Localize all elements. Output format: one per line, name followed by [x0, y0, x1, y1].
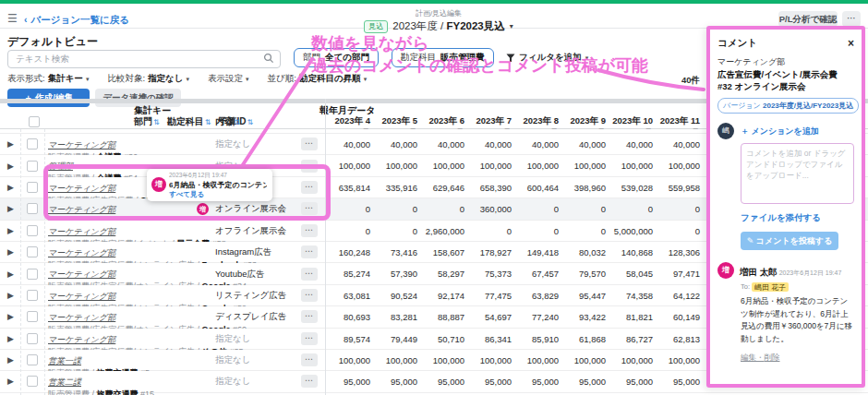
month-value-cell[interactable]: 0	[658, 198, 705, 219]
hamburger-menu-icon[interactable]: ☰	[7, 12, 18, 25]
row-more-button[interactable]: ⋯	[301, 245, 318, 258]
month-value-cell[interactable]: 100,000	[329, 350, 376, 370]
month-value-cell[interactable]: 100,000	[611, 155, 658, 175]
month-value-cell[interactable]: 95,000	[658, 371, 705, 391]
month-value-cell[interactable]: 67,457	[517, 263, 564, 283]
sort-icon[interactable]: ⇅	[247, 118, 253, 126]
department-link[interactable]: マーケティング部	[48, 291, 115, 303]
comment-count-badge[interactable]: 増	[197, 203, 209, 215]
month-value-cell[interactable]: 100,000	[517, 155, 564, 175]
month-value-cell[interactable]: 559,958	[658, 177, 705, 198]
row-checkbox[interactable]	[27, 138, 38, 150]
month-value-cell[interactable]: 100,000	[376, 155, 423, 175]
month-value-cell[interactable]: 629,646	[423, 177, 470, 198]
month-value-cell[interactable]: 40,000	[329, 134, 376, 154]
row-checkbox[interactable]	[27, 333, 38, 344]
month-value-cell[interactable]: 57,390	[376, 263, 423, 283]
month-value-cell[interactable]: 100,000	[517, 350, 564, 370]
month-value-cell[interactable]: 0	[564, 221, 611, 241]
month-value-cell[interactable]: 81,821	[611, 306, 658, 327]
see-all-link[interactable]: すべて見る	[169, 190, 267, 199]
month-value-cell[interactable]: 95,000	[564, 371, 611, 391]
back-to-versions-link[interactable]: ‹バージョン一覧に戻る	[24, 14, 129, 27]
month-value-cell[interactable]: 95,000	[423, 371, 470, 391]
month-value-cell[interactable]: 79,570	[564, 263, 611, 283]
row-checkbox[interactable]	[27, 203, 38, 214]
month-value-cell[interactable]: 658,390	[470, 177, 517, 198]
row-more-button[interactable]: ⋯	[301, 160, 318, 173]
month-value-cell[interactable]: 0	[470, 221, 517, 241]
delete-comment-link[interactable]: 削除	[765, 353, 780, 362]
month-value-cell[interactable]: 58,297	[423, 263, 470, 283]
month-value-cell[interactable]: 97,471	[658, 263, 705, 283]
month-value-cell[interactable]: 178,927	[470, 242, 517, 262]
month-value-cell[interactable]: 40,000	[423, 134, 470, 154]
row-more-button[interactable]: ⋯	[301, 224, 318, 237]
month-value-cell[interactable]	[564, 129, 611, 133]
month-value-cell[interactable]: 100,000	[611, 350, 658, 370]
month-value-cell[interactable]: 360,000	[470, 198, 517, 219]
version-chip[interactable]: バージョン 2023年度/見込/FY2023見込	[717, 98, 859, 114]
expand-arrow-icon[interactable]: ▶	[7, 139, 14, 149]
row-more-button[interactable]: ⋯	[301, 202, 318, 215]
attach-file-link[interactable]: ファイルを添付する	[741, 212, 854, 224]
month-value-cell[interactable]: 63,081	[329, 285, 376, 305]
row-checkbox[interactable]	[27, 182, 38, 193]
month-value-cell[interactable]: 0	[611, 198, 658, 219]
display-option[interactable]: 表示設定▾	[208, 73, 249, 85]
expand-arrow-icon[interactable]: ▶	[7, 162, 14, 171]
row-more-button[interactable]: ⋯	[301, 138, 318, 150]
chip-close-button[interactable]: ×	[863, 99, 865, 114]
month-value-cell[interactable]: 5,000,000	[611, 221, 658, 241]
month-value-cell[interactable]: 158,607	[423, 242, 470, 262]
row-checkbox[interactable]	[27, 311, 38, 322]
month-value-cell[interactable]: 100,000	[564, 155, 611, 175]
month-value-cell[interactable]: 86,727	[611, 329, 658, 349]
department-link[interactable]: マーケティング部	[48, 269, 115, 281]
department-link[interactable]: マーケティング部	[48, 312, 115, 324]
month-value-cell[interactable]: 0	[564, 198, 611, 219]
create-edit-button[interactable]: ＋ 作成/編集	[7, 89, 90, 107]
expand-arrow-icon[interactable]: ▶	[7, 291, 14, 300]
expand-arrow-icon[interactable]: ▶	[7, 312, 14, 321]
month-value-cell[interactable]	[470, 129, 517, 133]
month-value-cell[interactable]: 100,000	[658, 350, 705, 370]
expand-arrow-icon[interactable]: ▶	[7, 183, 14, 192]
month-value-cell[interactable]: 95,447	[564, 285, 611, 305]
month-value-cell[interactable]: 75,373	[470, 263, 517, 283]
row-more-button[interactable]: ⋯	[301, 310, 318, 323]
month-value-cell[interactable]: 40,000	[658, 134, 705, 154]
month-value-cell[interactable]: 40,000	[376, 134, 423, 154]
month-value-cell[interactable]: 2,960,000	[423, 221, 470, 241]
month-value-cell[interactable]: 74,358	[611, 285, 658, 305]
close-icon[interactable]: ×	[848, 39, 854, 48]
month-value-cell[interactable]: 86,341	[470, 329, 517, 349]
department-link[interactable]: 営業二課	[48, 377, 81, 389]
month-value-cell[interactable]: 0	[376, 221, 423, 241]
pl-analysis-button[interactable]: P/L分析で確認	[778, 11, 838, 27]
display-option[interactable]: 比較対象:指定なし▾	[107, 73, 189, 85]
month-value-cell[interactable]: 600,464	[517, 177, 564, 198]
expand-arrow-icon[interactable]: ▶	[7, 334, 14, 343]
department-link[interactable]: マーケティング部	[48, 139, 115, 151]
expand-arrow-icon[interactable]: ▶	[7, 226, 14, 235]
row-checkbox[interactable]	[27, 269, 38, 280]
month-value-cell[interactable]: 335,916	[376, 177, 423, 198]
sort-icon[interactable]: ⇅	[205, 118, 211, 126]
col-content[interactable]: 内容⇅	[215, 115, 241, 128]
row-checkbox[interactable]	[27, 161, 38, 172]
month-value-cell[interactable]: 80,693	[329, 306, 376, 327]
month-value-cell[interactable]: 100,000	[423, 350, 470, 370]
expand-arrow-icon[interactable]: ▶	[7, 247, 14, 257]
version-title[interactable]: 2023年度 / FY2023見込	[392, 19, 504, 33]
month-value-cell[interactable]: 100,000	[329, 155, 376, 175]
add-mention-link[interactable]: ＋ メンションを追加	[741, 126, 819, 138]
month-value-cell[interactable]: 40,000	[517, 134, 564, 154]
month-value-cell[interactable]: 95,000	[376, 371, 423, 391]
month-value-cell[interactable]: 79,449	[376, 329, 423, 349]
sort-icon[interactable]: ⇅	[235, 118, 241, 126]
department-link[interactable]: マーケティング部	[48, 334, 115, 346]
month-value-cell[interactable]	[611, 129, 658, 133]
month-value-cell[interactable]: 95,000	[329, 371, 376, 391]
department-link[interactable]: マーケティング部	[48, 183, 115, 195]
